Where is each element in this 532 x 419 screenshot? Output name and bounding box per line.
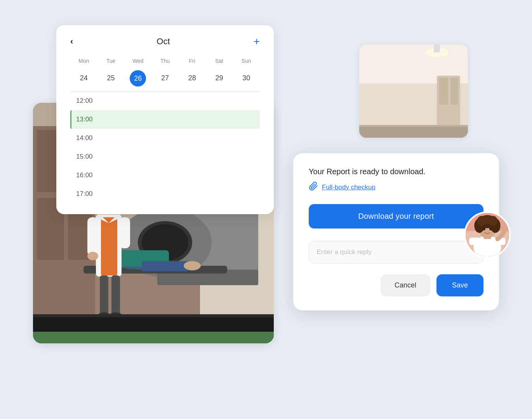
download-button[interactable]: Download your report bbox=[309, 204, 483, 229]
calendar-card: ‹ Oct + Mon Tue Wed Thu Fri Sat Sun 24 2… bbox=[56, 25, 274, 214]
calendar-date-28[interactable]: 28 bbox=[179, 70, 206, 87]
svg-point-60 bbox=[483, 227, 485, 230]
svg-point-38 bbox=[87, 252, 98, 260]
scene: ‹ Oct + Mon Tue Wed Thu Fri Sat Sun 24 2… bbox=[33, 25, 499, 394]
calendar-add-button[interactable]: + bbox=[254, 36, 260, 47]
calendar-date-27[interactable]: 27 bbox=[151, 70, 179, 87]
calendar-date-29[interactable]: 29 bbox=[206, 70, 233, 87]
quick-reply-input[interactable] bbox=[309, 241, 483, 263]
modal-actions: Cancel Save bbox=[309, 274, 483, 296]
calendar-date-26[interactable]: 26 bbox=[130, 70, 146, 87]
report-link[interactable]: Full-body checkup bbox=[322, 184, 376, 191]
calendar-date-25[interactable]: 25 bbox=[97, 70, 125, 87]
report-title: Your Report is ready to download. bbox=[309, 167, 483, 176]
calendar-header: ‹ Oct + bbox=[70, 36, 260, 47]
svg-rect-40 bbox=[111, 275, 120, 314]
time-item-1700[interactable]: 17:00 bbox=[70, 185, 260, 203]
cancel-button[interactable]: Cancel bbox=[381, 274, 430, 296]
svg-rect-3 bbox=[434, 45, 440, 52]
weekday-tue: Tue bbox=[97, 56, 125, 66]
weekday-thu: Thu bbox=[151, 56, 179, 66]
report-link-row: Full-body checkup bbox=[309, 182, 483, 193]
svg-rect-45 bbox=[33, 332, 274, 343]
time-item-1500[interactable]: 15:00 bbox=[70, 147, 260, 166]
svg-rect-28 bbox=[142, 261, 164, 271]
calendar-date-30[interactable]: 30 bbox=[233, 70, 260, 87]
weekday-fri: Fri bbox=[179, 56, 206, 66]
attachment-icon bbox=[309, 182, 318, 193]
calendar-date-24[interactable]: 24 bbox=[70, 70, 97, 87]
calendar-back-button[interactable]: ‹ bbox=[70, 37, 73, 46]
time-list: 12:00 13:00 14:00 15:00 16:00 17:00 bbox=[70, 92, 260, 214]
svg-point-62 bbox=[502, 226, 508, 232]
svg-rect-36 bbox=[87, 217, 98, 256]
weekday-mon: Mon bbox=[70, 56, 97, 66]
room-photo bbox=[359, 45, 468, 138]
calendar-dates: 24 25 26 27 28 29 30 bbox=[70, 70, 260, 87]
svg-rect-6 bbox=[450, 78, 458, 105]
time-item-1400[interactable]: 14:00 bbox=[70, 129, 260, 147]
svg-rect-7 bbox=[359, 126, 468, 138]
calendar-weekdays: Mon Tue Wed Thu Fri Sat Sun bbox=[70, 56, 260, 66]
avatar bbox=[464, 211, 511, 258]
weekday-sun: Sun bbox=[233, 56, 260, 66]
svg-rect-37 bbox=[119, 217, 130, 248]
svg-rect-33 bbox=[101, 217, 117, 275]
time-item-1600[interactable]: 16:00 bbox=[70, 166, 260, 185]
time-item-1200[interactable]: 12:00 bbox=[70, 92, 260, 110]
weekday-wed: Wed bbox=[124, 56, 151, 66]
svg-rect-39 bbox=[100, 275, 108, 314]
time-item-1300[interactable]: 13:00 bbox=[70, 110, 260, 129]
calendar-month-label: Oct bbox=[156, 36, 170, 47]
svg-rect-44 bbox=[33, 314, 274, 317]
svg-rect-8 bbox=[359, 125, 468, 127]
save-button[interactable]: Save bbox=[436, 274, 483, 296]
weekday-sat: Sat bbox=[206, 56, 233, 66]
svg-point-29 bbox=[184, 261, 201, 270]
svg-rect-5 bbox=[439, 78, 448, 105]
svg-rect-50 bbox=[469, 237, 480, 245]
svg-point-61 bbox=[489, 227, 492, 230]
svg-point-59 bbox=[482, 215, 493, 224]
